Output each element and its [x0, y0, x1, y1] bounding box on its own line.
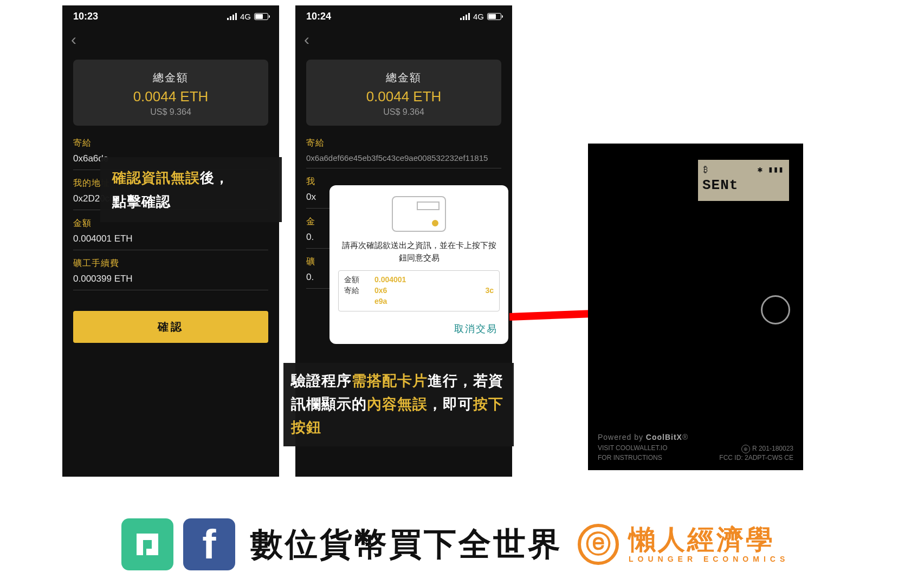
lounger-logo-icon: ⓔ [578, 524, 619, 565]
modal-to-value: 0x6 3c [374, 286, 494, 296]
modal-to-value-line2: e9a [374, 297, 494, 306]
annotation-callout-1: 確認資訊無誤後， 點擊確認 [100, 157, 282, 222]
field-value: 0x6a6def66e45eb3f5c43ce9ae008532232ef118… [306, 153, 501, 162]
field-label: 寄給 [306, 138, 501, 149]
status-time: 10:24 [306, 11, 331, 22]
modal-amount-value: 0.004001 [374, 275, 494, 285]
phone-screenshot-1: 10:23 4G ‹ 總金額 0.0044 ETH US$ 9.364 寄給 0… [62, 5, 279, 477]
confirmation-modal: 請再次確認欲送出之資訊，並在卡上按下按鈕同意交易 金額 0.004001 寄給 … [329, 185, 508, 344]
total-amount-card: 總金額 0.0044 ETH US$ 9.364 [306, 60, 501, 126]
total-fiat: US$ 9.364 [313, 107, 495, 117]
modal-details-box: 金額 0.004001 寄給 0x6 3c e9a [338, 270, 500, 311]
total-title: 總金額 [80, 70, 262, 85]
hardware-screen: ₿ ✱ ▮▮▮ SENt [698, 160, 789, 201]
battery-icon: ▮▮▮ [768, 164, 784, 174]
battery-icon [487, 13, 501, 20]
cancel-transaction-button[interactable]: 取消交易 [454, 323, 497, 334]
bitcoin-icon: ₿ [703, 164, 708, 174]
hardware-screen-text: SENt [702, 177, 785, 193]
hardware-footer-left: Powered by CoolBitX® VISIT COOLWALLET.IO… [598, 432, 688, 463]
battery-icon [254, 13, 268, 20]
app-logo-icon [121, 518, 173, 570]
status-bar: 10:23 4G [62, 5, 279, 27]
lounger-brand: 懶人經濟學 LOUNGER ECONOMICS [629, 525, 789, 563]
footer-banner: f 數位貨幣買下全世界 ⓔ 懶人經濟學 LOUNGER ECONOMICS [108, 509, 802, 580]
status-time: 10:23 [73, 11, 98, 22]
bluetooth-icon: ✱ [757, 164, 763, 174]
network-label: 4G [473, 12, 484, 21]
total-fiat: US$ 9.364 [80, 107, 262, 117]
hardware-wallet-card: ₿ ✱ ▮▮▮ SENt Powered by CoolBitX® VISIT … [588, 144, 803, 470]
back-button[interactable]: ‹ [295, 27, 512, 52]
field-miner-fee: 礦工手續費 0.000399 ETH [73, 250, 268, 290]
status-right: 4G [227, 12, 268, 21]
field-label: 礦工手續費 [73, 258, 268, 269]
back-button[interactable]: ‹ [62, 27, 279, 52]
total-amount: 0.0044 ETH [80, 88, 262, 105]
facebook-icon: f [183, 518, 235, 570]
lounger-brand-cn: 懶人經濟學 [629, 525, 789, 554]
hardware-button[interactable] [761, 295, 790, 324]
network-label: 4G [240, 12, 251, 21]
total-amount-card: 總金額 0.0044 ETH US$ 9.364 [73, 60, 268, 126]
modal-message: 請再次確認欲送出之資訊，並在卡上按下按鈕同意交易 [338, 239, 500, 264]
status-right: 4G [460, 12, 501, 21]
status-bar: 10:24 4G [295, 5, 512, 27]
total-amount: 0.0044 ETH [313, 88, 495, 105]
lounger-brand-en: LOUNGER ECONOMICS [629, 555, 789, 563]
total-title: 總金額 [313, 70, 495, 85]
signal-icon [227, 13, 237, 20]
field-to: 寄給 0x6a6def66e45eb3f5c43ce9ae008532232ef… [306, 130, 501, 168]
confirm-button[interactable]: 確認 [73, 311, 268, 343]
field-value: 0.000399 ETH [73, 274, 268, 284]
banner-title: 數位貨幣買下全世界 [250, 523, 563, 567]
field-value: 0.004001 ETH [73, 233, 268, 244]
card-illustration [392, 196, 446, 232]
cert-mark-icon: ⊕ [741, 445, 750, 453]
modal-amount-label: 金額 [344, 275, 368, 285]
modal-to-label: 寄給 [344, 286, 368, 296]
annotation-callout-2: 驗證程序需搭配卡片進行，若資訊欄顯示的內容無誤，即可按下按鈕 [283, 363, 514, 446]
signal-icon [460, 13, 470, 20]
field-label: 寄給 [73, 138, 268, 149]
hardware-footer-right: ⊕R 201-180023 FCC ID: 2ADPT-CWS CE [719, 444, 793, 463]
